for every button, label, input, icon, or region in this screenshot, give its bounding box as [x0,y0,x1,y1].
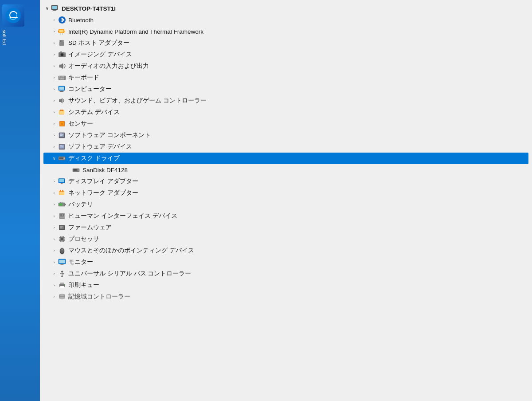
audio-expand: › [51,63,58,70]
keyboard-expand: › [51,74,58,81]
software-comp-item[interactable]: › ソフトウェア コンポーネント [43,130,528,141]
system-item[interactable]: › システム デバイス [43,106,528,118]
disk-collapse-icon: ∨ [51,155,58,162]
battery-label: バッテリ [68,200,93,208]
root-item[interactable]: ∨ DESKTOP-T4TST1I [43,3,528,14]
processor-item[interactable]: › [43,233,528,245]
firmware-expand: › [51,224,58,231]
svg-rect-2 [52,6,57,9]
device-manager-panel: ∨ DESKTOP-T4TST1I › Bluetooth [40,0,532,401]
bluetooth-expand: › [51,16,58,24]
disk-drive-item[interactable]: ∨ ディスク ドライブ [43,153,528,164]
sd-item[interactable]: › SD ホスト アダプター [43,37,528,49]
root-label: DESKTOP-T4TST1I [62,5,116,12]
svg-rect-15 [62,40,63,42]
svg-rect-21 [60,51,62,53]
imaging-item[interactable]: › イメージング デバイス [43,49,528,60]
usb-item[interactable]: › ユニバーサル シリアル バス コントローラー [43,268,528,279]
firmware-label: ファームウェア [68,224,112,232]
app-label: soft Ed [0,29,9,46]
software-comp-icon [58,131,66,140]
edge-icon[interactable] [2,4,24,27]
software-comp-expand: › [51,132,58,139]
svg-rect-11 [62,34,63,35]
sandisk-item[interactable]: SanDisk DF4128 [43,164,528,176]
sandisk-icon [72,165,81,174]
root-collapse-icon: ∨ [43,5,51,12]
svg-rect-41 [62,110,63,111]
svg-point-101 [62,249,63,250]
display-item[interactable]: › ディスプレイ アダプター [43,176,528,187]
network-label: ネットワーク アダプター [68,189,138,197]
audio-item[interactable]: › オーディオの入力および出力 [43,60,528,72]
svg-rect-16 [63,40,63,42]
print-label: 印刷キュー [68,281,99,289]
svg-rect-115 [60,286,64,288]
svg-rect-31 [63,78,64,79]
mouse-item[interactable]: › マウスとそのほかのポインティング デバイス [43,245,528,256]
svg-rect-103 [59,260,65,263]
svg-rect-53 [60,146,63,146]
svg-rect-4 [52,11,57,11]
sound-item[interactable]: › サウンド、ビデオ、およびゲーム コントローラー [43,95,528,106]
svg-rect-75 [60,214,62,216]
svg-rect-81 [60,227,62,228]
print-expand: › [51,282,58,289]
keyboard-icon [58,73,66,82]
hid-icon [58,212,66,220]
hid-item[interactable]: › ヒューマン インターフェイス デバイス [43,210,528,222]
mouse-icon [58,246,66,255]
computer-item[interactable]: › コンピューター [43,83,528,95]
sandisk-label: SanDisk DF4128 [82,167,128,173]
disk-drive-icon [58,154,66,163]
svg-rect-34 [59,87,64,90]
sound-expand: › [51,97,58,104]
bluetooth-icon [58,16,66,24]
svg-point-20 [62,55,63,55]
bluetooth-item[interactable]: › Bluetooth [43,14,528,26]
svg-rect-61 [59,179,64,182]
hid-expand: › [51,212,58,220]
computer-label: コンピューター [68,85,112,93]
sound-icon [58,96,66,105]
battery-item[interactable]: › バッテリ [43,199,528,210]
svg-rect-29 [59,78,60,79]
intel-item[interactable]: › Intel(R) Dynamic Platform and Thermal … [43,26,528,37]
svg-rect-49 [60,135,63,136]
svg-rect-59 [74,169,77,171]
left-sidebar: soft Ed [0,0,40,401]
svg-marker-23 [59,63,63,69]
audio-label: オーディオの入力および出力 [68,62,149,70]
svg-rect-85 [61,238,63,240]
storage-expand: › [51,293,58,300]
software-dev-item[interactable]: › ソフトウェア デバイス [43,141,528,153]
network-expand: › [51,189,58,197]
battery-icon [58,200,66,209]
svg-rect-7 [59,30,63,32]
svg-rect-25 [59,77,60,78]
sensor-item[interactable]: › センサー [43,118,528,130]
svg-rect-47 [60,134,62,134]
svg-point-117 [64,284,65,285]
computer-expand: › [51,86,58,93]
svg-rect-66 [60,190,61,192]
sensor-expand: › [51,120,58,127]
sandisk-expand [66,166,72,173]
software-dev-icon [58,142,66,151]
usb-label: ユニバーサル シリアル バス コントローラー [68,270,191,278]
svg-rect-104 [61,264,63,265]
storage-item[interactable]: › 記憶域コントローラー [43,291,528,303]
keyboard-label: キーボード [68,74,99,82]
display-label: ディスプレイ アダプター [68,177,138,185]
device-manager-tree: ∨ DESKTOP-T4TST1I › Bluetooth [40,0,532,401]
svg-rect-8 [58,31,59,32]
monitor-item[interactable]: › モニター [43,256,528,268]
sd-expand: › [51,39,58,47]
svg-rect-44 [61,123,63,125]
print-item[interactable]: › 印刷キュー [43,279,528,291]
svg-rect-35 [61,91,63,92]
usb-icon [58,269,66,278]
network-item[interactable]: › ネットワーク アダプター [43,187,528,199]
firmware-item[interactable]: › ファームウェア [43,222,528,233]
keyboard-item[interactable]: › キーボード [43,72,528,83]
